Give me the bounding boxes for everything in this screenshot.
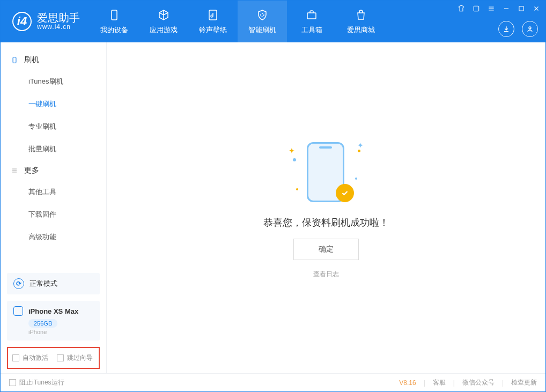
sparkle-icon: ✦	[289, 146, 295, 155]
svg-rect-2	[307, 13, 316, 19]
briefcase-icon	[305, 8, 319, 22]
footer: 阻止iTunes运行 V8.16 | 客服 | 微信公众号 | 检查更新	[1, 373, 545, 391]
sidebar-item-advanced[interactable]: 高级功能	[1, 226, 106, 248]
svg-rect-6	[13, 57, 16, 63]
app-window: i4 爱思助手 www.i4.cn 我的设备 应用游戏 铃声壁纸 智能刷机	[0, 0, 546, 392]
main-content: ✦ ✦ 恭喜您，保资料刷机成功啦！ 确定 查看日志	[107, 42, 545, 373]
checkbox-icon	[57, 354, 64, 361]
footer-link-support[interactable]: 客服	[433, 378, 446, 387]
checkbox-label: 跳过向导	[67, 353, 93, 363]
body: 刷机 iTunes刷机 一键刷机 专业刷机 批量刷机 更多 其他工具 下载固件 …	[1, 42, 545, 373]
checkbox-icon	[12, 354, 19, 361]
separator: |	[453, 379, 455, 387]
nav-ringtone-wallpaper[interactable]: 铃声壁纸	[188, 1, 238, 42]
device-icon	[10, 56, 19, 64]
sidebar-item-oneclick-flash[interactable]: 一键刷机	[1, 93, 106, 115]
dot-icon	[358, 150, 360, 152]
svg-point-5	[529, 27, 531, 29]
block-itunes-checkbox[interactable]: 阻止iTunes运行	[9, 378, 64, 387]
separator: |	[502, 379, 504, 387]
header-round-buttons	[498, 21, 538, 37]
sidebar-group-flash: 刷机	[1, 50, 106, 70]
svg-rect-4	[519, 6, 523, 11]
sidebar: 刷机 iTunes刷机 一键刷机 专业刷机 批量刷机 更多 其他工具 下载固件 …	[1, 42, 107, 373]
nav-label: 工具箱	[301, 25, 322, 35]
nav-label: 智能刷机	[248, 25, 276, 35]
success-message: 恭喜您，保资料刷机成功啦！	[263, 216, 389, 229]
sidebar-item-download-firmware[interactable]: 下载固件	[1, 203, 106, 226]
logo-text: 爱思助手 www.i4.cn	[37, 12, 80, 31]
dot-icon	[355, 177, 357, 180]
ok-button[interactable]: 确定	[293, 239, 359, 260]
view-log-link[interactable]: 查看日志	[313, 270, 339, 279]
svg-rect-0	[112, 10, 117, 20]
user-icon[interactable]	[522, 21, 538, 37]
mode-icon: ⟳	[13, 278, 24, 289]
device-phone-icon	[13, 306, 23, 316]
device-type: iPhone	[28, 329, 93, 335]
feedback-icon[interactable]	[471, 4, 481, 13]
sidebar-item-batch-flash[interactable]: 批量刷机	[1, 138, 106, 160]
menu-icon[interactable]	[486, 4, 496, 13]
device-card[interactable]: iPhone XS Max 256GB iPhone	[7, 301, 100, 341]
minimize-icon[interactable]	[501, 4, 511, 13]
dot-icon	[293, 158, 296, 161]
sidebar-group-label: 更多	[24, 166, 39, 175]
logo-icon: i4	[12, 12, 32, 31]
window-controls	[456, 4, 541, 13]
success-illustration: ✦ ✦	[289, 137, 364, 206]
nav-bar: 我的设备 应用游戏 铃声壁纸 智能刷机 工具箱 爱思商城	[90, 1, 386, 42]
logo-block: i4 爱思助手 www.i4.cn	[1, 1, 90, 42]
nav-my-device[interactable]: 我的设备	[90, 1, 139, 42]
nav-label: 铃声壁纸	[199, 25, 227, 35]
nav-label: 应用游戏	[150, 25, 178, 35]
svg-rect-3	[474, 6, 478, 11]
sidebar-item-other-tools[interactable]: 其他工具	[1, 181, 106, 203]
checkbox-label: 自动激活	[23, 353, 48, 363]
device-name: iPhone XS Max	[28, 307, 78, 315]
music-file-icon	[206, 8, 220, 22]
nav-smart-flash[interactable]: 智能刷机	[238, 1, 287, 42]
list-icon	[10, 166, 19, 175]
nav-toolbox[interactable]: 工具箱	[287, 1, 336, 42]
sidebar-item-itunes-flash[interactable]: iTunes刷机	[1, 70, 106, 93]
sidebar-item-pro-flash[interactable]: 专业刷机	[1, 115, 106, 138]
mode-card[interactable]: ⟳ 正常模式	[7, 273, 100, 294]
bag-icon	[354, 8, 368, 22]
header: i4 爱思助手 www.i4.cn 我的设备 应用游戏 铃声壁纸 智能刷机	[1, 1, 545, 42]
app-subtitle: www.i4.cn	[37, 24, 80, 31]
check-badge-icon	[336, 184, 354, 202]
nav-label: 我的设备	[100, 25, 128, 35]
close-icon[interactable]	[532, 4, 541, 13]
skip-guide-checkbox[interactable]: 跳过向导	[57, 353, 93, 363]
sidebar-group-more: 更多	[1, 160, 106, 181]
cube-icon	[157, 8, 171, 22]
app-title: 爱思助手	[37, 12, 80, 24]
nav-label: 爱思商城	[347, 25, 375, 35]
skin-icon[interactable]	[456, 4, 466, 13]
footer-right: V8.16 | 客服 | 微信公众号 | 检查更新	[399, 378, 537, 387]
sparkle-icon: ✦	[357, 141, 364, 150]
footer-link-update[interactable]: 检查更新	[511, 378, 537, 387]
version-label: V8.16	[399, 379, 416, 387]
shield-refresh-icon	[255, 8, 269, 22]
dot-icon	[296, 188, 298, 190]
phone-icon	[107, 8, 121, 22]
nav-apps-games[interactable]: 应用游戏	[139, 1, 188, 42]
checkbox-icon	[9, 379, 16, 386]
maximize-icon[interactable]	[517, 4, 526, 13]
mode-label: 正常模式	[29, 279, 57, 289]
auto-activate-checkbox[interactable]: 自动激活	[12, 353, 48, 363]
download-icon[interactable]	[498, 21, 514, 37]
checkbox-label: 阻止iTunes运行	[19, 378, 64, 387]
options-highlight-box: 自动激活 跳过向导	[7, 347, 100, 369]
separator: |	[424, 379, 425, 387]
sidebar-group-label: 刷机	[24, 55, 39, 65]
footer-link-wechat[interactable]: 微信公众号	[462, 378, 495, 387]
nav-store[interactable]: 爱思商城	[336, 1, 386, 42]
device-capacity: 256GB	[28, 319, 57, 328]
